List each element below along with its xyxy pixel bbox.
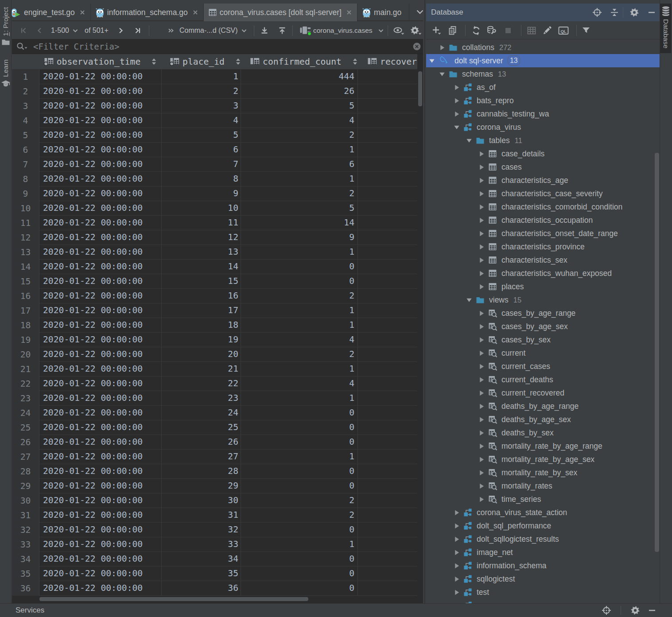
cell-confirmed_count[interactable]: 9 — [241, 230, 354, 244]
first-page-button[interactable] — [19, 22, 27, 39]
cell-recovered_count[interactable] — [357, 450, 415, 464]
tree-item-tables[interactable]: tables11 — [426, 134, 660, 147]
cell-observation_time[interactable]: 2020-01-22 00:00:00 — [43, 245, 161, 259]
tree-item-deaths_by_age_sex[interactable]: deaths_by_age_sex — [426, 413, 660, 426]
tree-item-partial[interactable] — [426, 599, 660, 603]
cell-place_id[interactable]: 24 — [161, 406, 238, 420]
cell-place_id[interactable]: 3 — [161, 99, 238, 113]
tree-item-corona_virus[interactable]: corona_virus — [426, 120, 660, 134]
tree-item-mortality_rate_by_sex[interactable]: mortality_rate_by_sex — [426, 466, 660, 479]
cell-recovered_count[interactable] — [357, 391, 415, 405]
collapse-all-icon[interactable] — [610, 4, 619, 21]
expand-arrow-icon[interactable] — [478, 267, 485, 280]
row-number[interactable]: 26 — [12, 435, 39, 450]
cell-observation_time[interactable]: 2020-01-22 00:00:00 — [43, 581, 161, 595]
cell-confirmed_count[interactable]: 0 — [241, 260, 354, 274]
cell-confirmed_count[interactable]: 2 — [241, 493, 354, 508]
row-number[interactable]: 15 — [12, 274, 39, 289]
row-number[interactable]: 14 — [12, 260, 39, 274]
toolbar-overflow-chevron[interactable] — [167, 22, 175, 39]
cell-confirmed_count[interactable]: 0 — [241, 420, 354, 435]
previous-page-button[interactable] — [35, 22, 43, 39]
tree-item-deaths_by_sex[interactable]: deaths_by_sex — [426, 426, 660, 439]
cell-recovered_count[interactable] — [357, 406, 415, 420]
cell-place_id[interactable]: 30 — [161, 493, 238, 508]
row-number[interactable]: 19 — [12, 333, 39, 347]
cell-confirmed_count[interactable]: 0 — [241, 479, 354, 493]
expand-arrow-icon[interactable] — [478, 280, 485, 293]
cell-recovered_count[interactable] — [357, 464, 415, 478]
row-number[interactable]: 6 — [12, 143, 39, 157]
cell-recovered_count[interactable] — [357, 70, 415, 84]
next-page-button[interactable] — [117, 22, 125, 39]
tree-item-characteristics_occupation[interactable]: characteristics_occupation — [426, 213, 660, 227]
filter-icon[interactable] — [581, 21, 591, 39]
row-number[interactable]: 35 — [12, 567, 39, 581]
cell-observation_time[interactable]: 2020-01-22 00:00:00 — [43, 333, 161, 347]
expand-arrow-icon[interactable] — [453, 559, 460, 572]
tree-item-cases_by_age_sex[interactable]: cases_by_age_sex — [426, 320, 660, 333]
locate-icon[interactable] — [592, 4, 602, 21]
cell-recovered_count[interactable] — [357, 537, 415, 551]
expand-arrow-icon[interactable] — [478, 240, 485, 253]
cell-observation_time[interactable]: 2020-01-22 00:00:00 — [43, 113, 161, 128]
row-number[interactable]: 32 — [12, 523, 39, 537]
cell-recovered_count[interactable] — [357, 157, 415, 171]
cell-place_id[interactable]: 32 — [161, 523, 238, 537]
tree-item-deaths_by_age_range[interactable]: deaths_by_age_range — [426, 400, 660, 413]
row-number[interactable]: 29 — [12, 479, 39, 493]
cell-recovered_count[interactable] — [357, 143, 415, 157]
close-tab-icon[interactable] — [345, 8, 353, 16]
row-number[interactable]: 13 — [12, 245, 39, 260]
cell-observation_time[interactable]: 2020-01-22 00:00:00 — [43, 303, 161, 318]
row-number[interactable]: 33 — [12, 537, 39, 552]
cell-observation_time[interactable]: 2020-01-22 00:00:00 — [43, 289, 161, 303]
cell-confirmed_count[interactable]: 4 — [241, 376, 354, 391]
cell-place_id[interactable]: 12 — [161, 230, 238, 244]
cell-confirmed_count[interactable]: 4 — [241, 333, 354, 347]
cell-recovered_count[interactable] — [357, 435, 415, 449]
expand-arrow-icon[interactable] — [478, 479, 485, 493]
cell-observation_time[interactable]: 2020-01-22 00:00:00 — [43, 157, 161, 171]
cell-recovered_count[interactable] — [357, 333, 415, 347]
page-range-dropdown[interactable]: 1-500 — [51, 22, 79, 39]
cell-place_id[interactable]: 9 — [161, 186, 238, 201]
cell-confirmed_count[interactable]: 2 — [241, 128, 354, 142]
expand-arrow-icon[interactable] — [453, 81, 460, 94]
expand-arrow-icon[interactable] — [453, 599, 460, 603]
collapse-arrow-icon[interactable] — [439, 67, 446, 81]
editor-tab-information_schema.go[interactable]: information_schema.go — [91, 4, 204, 21]
row-number[interactable]: 3 — [12, 99, 39, 113]
cell-place_id[interactable]: 5 — [161, 128, 238, 142]
cell-recovered_count[interactable] — [357, 479, 415, 493]
cell-observation_time[interactable]: 2020-01-22 00:00:00 — [43, 347, 161, 361]
expand-arrow-icon[interactable] — [453, 532, 460, 546]
expand-arrow-icon[interactable] — [478, 453, 485, 466]
cell-recovered_count[interactable] — [357, 216, 415, 230]
search-icon[interactable] — [16, 42, 28, 51]
cell-observation_time[interactable]: 2020-01-22 00:00:00 — [43, 391, 161, 405]
cell-confirmed_count[interactable]: 5 — [241, 201, 354, 215]
duplicate-icon[interactable] — [447, 21, 458, 39]
cell-confirmed_count[interactable]: 2 — [241, 289, 354, 303]
learn-tool-window-button[interactable]: Learn — [0, 59, 11, 89]
cell-place_id[interactable]: 23 — [161, 391, 238, 405]
cell-observation_time[interactable]: 2020-01-22 00:00:00 — [43, 172, 161, 186]
cell-confirmed_count[interactable]: 0 — [241, 523, 354, 537]
cell-recovered_count[interactable] — [357, 567, 415, 581]
row-number[interactable]: 5 — [12, 128, 39, 143]
cell-recovered_count[interactable] — [357, 84, 415, 98]
cell-observation_time[interactable]: 2020-01-22 00:00:00 — [43, 84, 161, 98]
tree-item-characteristics_comorbid_condition[interactable]: characteristics_comorbid_condition — [426, 200, 660, 213]
expand-arrow-icon[interactable] — [478, 187, 485, 200]
tree-item-mortality_rate_by_age_sex[interactable]: mortality_rate_by_age_sex — [426, 453, 660, 466]
hide-icon[interactable] — [647, 605, 657, 615]
cell-observation_time[interactable]: 2020-01-22 00:00:00 — [43, 420, 161, 435]
cell-observation_time[interactable]: 2020-01-22 00:00:00 — [43, 143, 161, 157]
cell-place_id[interactable]: 4 — [161, 113, 238, 128]
edit-icon[interactable] — [542, 21, 552, 39]
row-number[interactable]: 7 — [12, 157, 39, 172]
row-number[interactable]: 11 — [12, 216, 39, 230]
row-number[interactable]: 25 — [12, 420, 39, 435]
locate-icon[interactable] — [602, 605, 611, 615]
